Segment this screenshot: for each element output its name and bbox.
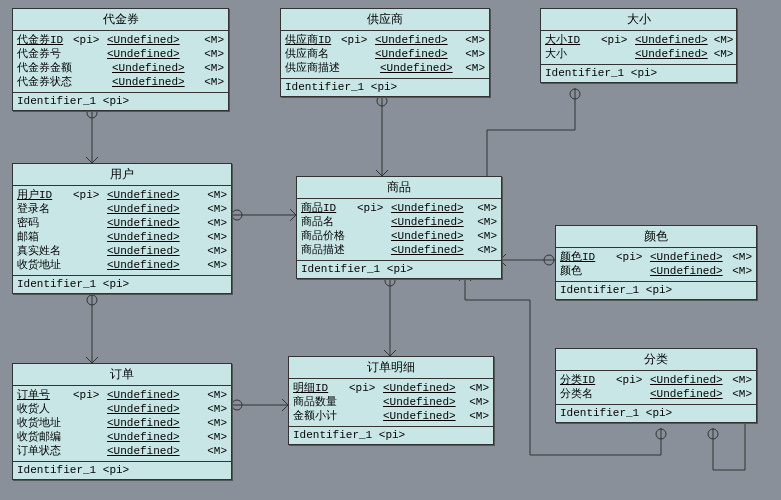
attr-type: <Undefined> (112, 61, 185, 75)
attr-row: 大小ID<pi><Undefined><M> (545, 33, 732, 47)
entity-footer: Identifier_1 <pi> (289, 427, 493, 444)
attr-name: 收货人 (17, 402, 67, 416)
attr-pi: <pi> (357, 201, 385, 215)
entity-supplier: 供应商 供应商ID<pi><Undefined><M>供应商名<Undefine… (280, 8, 490, 97)
attr-name: 商品描述 (301, 243, 351, 257)
svg-point-5 (87, 295, 97, 305)
attr-pi (73, 430, 101, 444)
attr-row: 代金券ID<pi><Undefined><M> (17, 33, 224, 47)
entity-orderitem: 订单明细 明细ID<pi><Undefined><M>商品数量<Undefine… (288, 356, 494, 445)
attr-row: 颜色<Undefined><M> (560, 264, 752, 278)
entity-body: 大小ID<pi><Undefined><M>大小<Undefined><M> (541, 31, 736, 65)
attr-row: 代金券金额<Undefined><M> (17, 61, 224, 75)
attr-name: 邮箱 (17, 230, 67, 244)
entity-title: 颜色 (556, 226, 756, 248)
attr-pi (346, 61, 374, 75)
attr-row: 登录名<Undefined><M> (17, 202, 227, 216)
attr-mandatory: <M> (207, 230, 227, 244)
attr-mandatory: <M> (465, 61, 485, 75)
attr-mandatory: <M> (207, 244, 227, 258)
attr-pi (349, 395, 377, 409)
attr-mandatory: <M> (204, 47, 224, 61)
entity-title: 供应商 (281, 9, 489, 31)
attr-mandatory: <M> (207, 430, 227, 444)
attr-name: 订单状态 (17, 444, 67, 458)
entity-body: 代金券ID<pi><Undefined><M>代金券号<Undefined><M… (13, 31, 228, 93)
attr-pi (73, 402, 101, 416)
attr-mandatory: <M> (714, 33, 734, 47)
entity-footer: Identifier_1 <pi> (556, 405, 756, 422)
attr-mandatory: <M> (207, 402, 227, 416)
attr-pi (73, 47, 101, 61)
attr-type: <Undefined> (650, 373, 723, 387)
attr-type: <Undefined> (107, 244, 180, 258)
attr-type: <Undefined> (107, 388, 180, 402)
attr-name: 供应商ID (285, 33, 335, 47)
attr-row: 供应商ID<pi><Undefined><M> (285, 33, 485, 47)
entity-size: 大小 大小ID<pi><Undefined><M>大小<Undefined><M… (540, 8, 737, 83)
attr-pi (78, 75, 106, 89)
attr-pi (73, 258, 101, 272)
attr-type: <Undefined> (107, 216, 180, 230)
entity-footer: Identifier_1 <pi> (556, 282, 756, 299)
entity-body: 明细ID<pi><Undefined><M>商品数量<Undefined><M>… (289, 379, 493, 427)
attr-row: 商品数量<Undefined><M> (293, 395, 489, 409)
entity-body: 供应商ID<pi><Undefined><M>供应商名<Undefined><M… (281, 31, 489, 79)
attr-type: <Undefined> (107, 202, 180, 216)
attr-row: 订单号<pi><Undefined><M> (17, 388, 227, 402)
svg-point-3 (232, 210, 242, 220)
attr-name: 分类名 (560, 387, 610, 401)
attr-name: 代金券状态 (17, 75, 72, 89)
attr-name: 订单号 (17, 388, 67, 402)
attr-pi (357, 243, 385, 257)
attr-pi (616, 387, 644, 401)
attr-name: 供应商描述 (285, 61, 340, 75)
entity-user: 用户 用户ID<pi><Undefined><M>登录名<Undefined><… (12, 163, 232, 294)
attr-pi: <pi> (616, 250, 644, 264)
attr-name: 分类ID (560, 373, 610, 387)
attr-type: <Undefined> (650, 250, 723, 264)
attr-row: 真实姓名<Undefined><M> (17, 244, 227, 258)
attr-pi (357, 229, 385, 243)
attr-name: 代金券ID (17, 33, 67, 47)
entity-footer: Identifier_1 <pi> (13, 93, 228, 110)
attr-pi (616, 264, 644, 278)
attr-type: <Undefined> (107, 258, 180, 272)
attr-mandatory: <M> (204, 75, 224, 89)
attr-name: 供应商名 (285, 47, 335, 61)
attr-row: 密码<Undefined><M> (17, 216, 227, 230)
attr-row: 收货邮编<Undefined><M> (17, 430, 227, 444)
entity-body: 商品ID<pi><Undefined><M>商品名<Undefined><M>商… (297, 199, 501, 261)
attr-name: 登录名 (17, 202, 67, 216)
attr-row: 大小<Undefined><M> (545, 47, 732, 61)
attr-name: 用户ID (17, 188, 67, 202)
attr-pi: <pi> (616, 373, 644, 387)
attr-type: <Undefined> (380, 61, 453, 75)
attr-type: <Undefined> (107, 444, 180, 458)
entity-body: 用户ID<pi><Undefined><M>登录名<Undefined><M>密… (13, 186, 231, 276)
attr-row: 代金券状态<Undefined><M> (17, 75, 224, 89)
attr-pi: <pi> (73, 188, 101, 202)
attr-type: <Undefined> (650, 264, 723, 278)
entity-title: 分类 (556, 349, 756, 371)
attr-type: <Undefined> (107, 188, 180, 202)
attr-mandatory: <M> (204, 61, 224, 75)
attr-mandatory: <M> (732, 264, 752, 278)
entity-product: 商品 商品ID<pi><Undefined><M>商品名<Undefined><… (296, 176, 502, 279)
attr-pi (349, 409, 377, 423)
svg-point-12 (708, 429, 718, 439)
attr-pi (601, 47, 629, 61)
attr-pi (73, 416, 101, 430)
attr-row: 代金券号<Undefined><M> (17, 47, 224, 61)
attr-name: 代金券金额 (17, 61, 72, 75)
attr-row: 颜色ID<pi><Undefined><M> (560, 250, 752, 264)
attr-mandatory: <M> (477, 201, 497, 215)
attr-row: 商品ID<pi><Undefined><M> (301, 201, 497, 215)
svg-point-11 (656, 429, 666, 439)
entity-footer: Identifier_1 <pi> (13, 276, 231, 293)
entity-footer: Identifier_1 <pi> (281, 79, 489, 96)
attr-row: 分类ID<pi><Undefined><M> (560, 373, 752, 387)
attr-type: <Undefined> (383, 409, 456, 423)
entity-body: 颜色ID<pi><Undefined><M>颜色<Undefined><M> (556, 248, 756, 282)
attr-pi: <pi> (73, 388, 101, 402)
